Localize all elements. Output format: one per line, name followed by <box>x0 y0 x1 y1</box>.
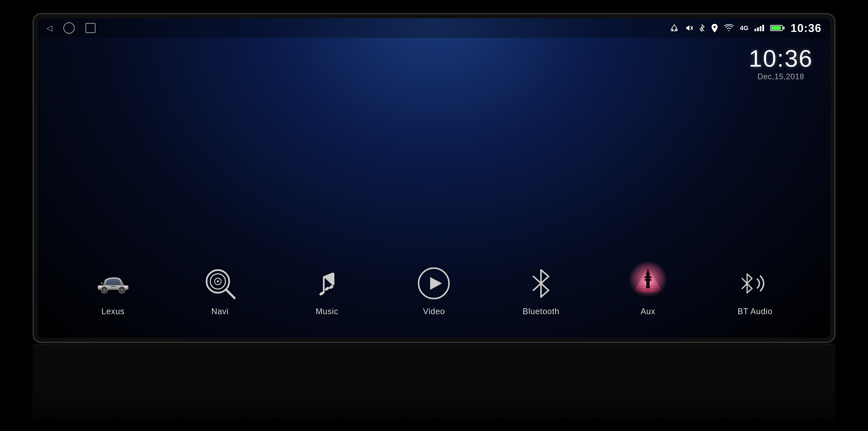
svg-point-12 <box>124 286 127 288</box>
music-icon <box>310 266 344 301</box>
music-label: Music <box>316 307 338 316</box>
svg-rect-10 <box>110 286 116 287</box>
music-app[interactable]: Music <box>305 266 349 316</box>
video-icon <box>416 266 452 301</box>
clock-display: 10:36 Dec,15,2018 <box>749 47 813 81</box>
svg-point-4 <box>713 26 716 28</box>
bt-audio-icon <box>738 266 772 301</box>
navi-label: Navi <box>211 307 229 316</box>
main-content: 10:36 Dec,15,2018 <box>38 38 830 338</box>
svg-marker-21 <box>430 277 442 290</box>
aux-app[interactable]: Aux <box>626 266 670 316</box>
nav-buttons: ◁ <box>46 22 95 34</box>
lexus-label: Lexus <box>101 307 124 316</box>
bt-audio-label: BT Audio <box>738 307 773 316</box>
bluetooth-label: Bluetooth <box>523 307 559 316</box>
svg-rect-27 <box>647 269 649 273</box>
svg-line-17 <box>226 290 235 298</box>
svg-point-9 <box>120 289 123 291</box>
lexus-icon <box>96 266 130 301</box>
screen: ◁ <box>38 18 830 338</box>
status-time: 10:36 <box>790 22 822 34</box>
svg-point-11 <box>98 286 102 288</box>
recent-button[interactable] <box>86 23 95 33</box>
home-button[interactable] <box>63 22 75 34</box>
bt-audio-app[interactable]: BT Audio <box>733 266 777 316</box>
video-label: Video <box>423 307 445 316</box>
svg-rect-25 <box>645 277 651 278</box>
video-app[interactable]: Video <box>412 266 456 316</box>
svg-rect-28 <box>646 290 649 291</box>
navi-icon <box>203 266 238 301</box>
location-icon <box>711 24 718 33</box>
svg-point-16 <box>217 280 219 283</box>
svg-rect-26 <box>645 279 651 281</box>
clock-time: 10:36 <box>749 47 813 70</box>
clock-date: Dec,15,2018 <box>749 72 813 81</box>
svg-point-7 <box>103 289 106 291</box>
aux-glow <box>630 264 665 303</box>
app-grid: Lexus Nav <box>38 266 830 316</box>
network-type: 4G <box>740 24 748 32</box>
svg-rect-24 <box>646 284 650 288</box>
aux-label: Aux <box>641 307 655 316</box>
back-button[interactable]: ◁ <box>46 24 53 33</box>
battery-icon <box>770 25 784 31</box>
navi-app[interactable]: Navi <box>198 266 242 316</box>
torn-edge <box>33 409 835 426</box>
status-bar: ◁ <box>38 18 830 38</box>
usb-icon <box>670 24 678 33</box>
bottom-panel <box>33 344 835 426</box>
signal-bars <box>754 25 764 31</box>
mute-icon <box>684 24 693 32</box>
lexus-app[interactable]: Lexus <box>91 266 135 316</box>
status-icons: 4G 10:36 <box>670 22 822 34</box>
bluetooth-app-icon <box>524 266 558 301</box>
wifi-icon <box>724 24 734 32</box>
bluetooth-status-icon <box>699 24 705 32</box>
bluetooth-app[interactable]: Bluetooth <box>519 266 563 316</box>
aux-icon <box>630 266 665 301</box>
device-frame: ◁ <box>33 13 835 343</box>
